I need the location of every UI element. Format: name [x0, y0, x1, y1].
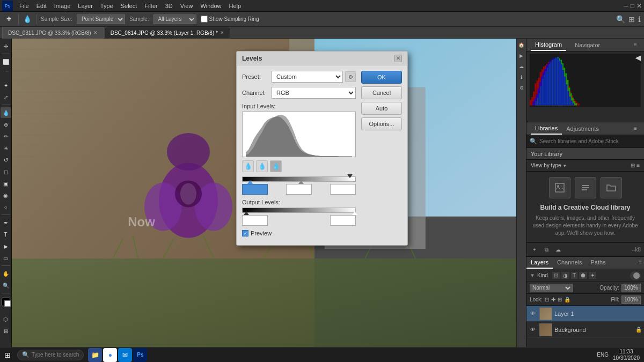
info2-icon[interactable]: ℹ — [517, 73, 526, 82]
crop-tool[interactable]: ⤢ — [1, 92, 11, 102]
preview-checkbox[interactable]: ✓ — [242, 230, 248, 237]
dialog-header[interactable]: Levels ✕ — [237, 51, 407, 65]
search-icon[interactable]: 🔍 — [616, 15, 625, 24]
play-icon[interactable]: ▶ — [517, 51, 526, 60]
rectangular-marquee-tool[interactable]: ⬜ — [1, 56, 11, 67]
layer-1-visibility[interactable]: 👁 — [529, 309, 537, 318]
dodge-tool[interactable]: ○ — [1, 202, 11, 212]
black-eyedropper-btn[interactable]: 💧 — [242, 160, 254, 172]
cancel-button[interactable]: Cancel — [361, 86, 402, 99]
home-icon[interactable]: 🏠 — [517, 41, 526, 49]
list-view-btn[interactable]: ≡ — [636, 162, 640, 168]
ok-button[interactable]: OK — [361, 71, 402, 84]
menu-help[interactable]: Help — [226, 2, 245, 10]
healing-brush-tool[interactable]: ⊕ — [1, 119, 11, 130]
foreground-color[interactable] — [2, 298, 10, 306]
output-max-value[interactable]: 255 — [330, 215, 356, 226]
grid-view-btn[interactable]: ⊞ — [631, 162, 635, 168]
libraries-dropdown[interactable]: Your Library — [526, 148, 644, 160]
filter-shape-btn[interactable]: ⬟ — [579, 272, 587, 279]
tab-2-close[interactable]: ✕ — [220, 30, 224, 35]
options-button[interactable]: Options... — [361, 117, 402, 130]
lock-pixels-btn[interactable]: ⊡ — [545, 297, 549, 302]
tab-libraries[interactable]: Libraries — [531, 123, 562, 135]
midtone-slider[interactable] — [298, 180, 304, 184]
cloud-icon[interactable]: ☁ — [517, 62, 526, 71]
filter-toggle[interactable] — [630, 271, 641, 280]
opacity-input[interactable] — [621, 284, 641, 292]
windows-start-btn[interactable]: ⊞ — [0, 348, 15, 363]
move-tool[interactable]: ✛ — [1, 41, 11, 51]
blend-mode-select[interactable]: Normal — [530, 284, 573, 292]
dialog-close-btn[interactable]: ✕ — [394, 55, 402, 62]
channel-select[interactable]: RGB — [272, 87, 356, 99]
preset-gear-btn[interactable]: ⚙ — [345, 71, 356, 82]
pen-tool[interactable]: ✒ — [1, 217, 11, 228]
info-icon[interactable]: ℹ — [638, 15, 641, 24]
show-ring-checkbox[interactable] — [201, 16, 208, 23]
taskbar-search-bar[interactable]: 🔍 Type here to search — [17, 350, 84, 360]
auto-button[interactable]: Auto — [361, 102, 402, 115]
shape-tool[interactable]: ▭ — [1, 253, 11, 263]
hand-tool[interactable]: ✋ — [1, 268, 11, 279]
tab-2[interactable]: DSC_0814.JPG @ 33.3% (Layer 1, RGB/8) * … — [105, 27, 230, 39]
black-point-slider[interactable] — [247, 180, 253, 184]
menu-select[interactable]: Select — [118, 2, 141, 10]
screen-mode-btn[interactable]: ⊞ — [1, 326, 11, 336]
lock-position-btn[interactable]: ✚ — [551, 297, 555, 302]
close-btn[interactable]: ✕ — [636, 2, 642, 10]
taskbar-chrome-btn[interactable]: ● — [103, 348, 117, 362]
taskbar-ps-btn[interactable]: Ps — [133, 348, 147, 362]
tab-adjustments[interactable]: Adjustments — [562, 123, 603, 134]
lasso-tool[interactable]: ⌒ — [1, 68, 11, 79]
fill-input[interactable] — [621, 295, 641, 304]
type-tool[interactable]: T — [1, 229, 11, 240]
menu-layer[interactable]: Layer — [75, 2, 96, 10]
output-white-slider[interactable] — [352, 211, 357, 215]
output-black-slider[interactable] — [244, 211, 249, 215]
gray-eyedropper-btn[interactable]: 💧 — [256, 160, 268, 172]
arrange-icon[interactable]: ⊞ — [628, 15, 635, 24]
cloud-library-btn[interactable]: ☁ — [553, 245, 563, 255]
layers-menu-btn[interactable]: ≡ — [636, 257, 644, 269]
tab-1[interactable]: DSC_0311.JPG @ 33.3% (RGB/8) ✕ — [2, 27, 104, 39]
libraries-search-input[interactable] — [539, 138, 641, 144]
history-brush-tool[interactable]: ↺ — [1, 154, 11, 165]
quick-mask-tool[interactable]: ⬡ — [1, 314, 11, 324]
lock-all-btn[interactable]: 🔒 — [564, 297, 570, 302]
menu-filter[interactable]: Filter — [141, 2, 160, 10]
input-mid-value[interactable]: 1.46 — [286, 184, 312, 195]
white-eyedropper-btn[interactable]: 💧 — [270, 160, 282, 172]
settings-icon[interactable]: ⚙ — [517, 84, 526, 92]
libraries-menu-btn[interactable]: ≡ — [631, 124, 640, 133]
gradient-tool[interactable]: ▣ — [1, 178, 11, 189]
layer-row[interactable]: 👁 Background 🔒 — [526, 322, 644, 338]
filter-sm-btn[interactable]: ✦ — [589, 272, 596, 279]
sample-size-select[interactable]: Point Sample — [77, 14, 125, 24]
input-min-value[interactable]: 14 — [242, 184, 268, 195]
filter-pixel-btn[interactable]: ⊡ — [552, 272, 560, 279]
taskbar-explorer-btn[interactable]: 📁 — [88, 348, 102, 362]
clone-stamp-tool[interactable]: ✳ — [1, 143, 11, 153]
layer-row[interactable]: 👁 Layer 1 — [526, 306, 644, 322]
blur-tool[interactable]: ◉ — [1, 190, 11, 201]
menu-3d[interactable]: 3D — [162, 2, 176, 10]
tab-1-close[interactable]: ✕ — [93, 30, 98, 35]
tab-channels[interactable]: Channels — [553, 257, 586, 269]
menu-image[interactable]: Image — [51, 2, 74, 10]
tab-layers[interactable]: Layers — [526, 257, 553, 269]
layers-library-btn[interactable]: ⧉ — [541, 245, 551, 255]
minimize-btn[interactable]: ─ — [624, 2, 628, 10]
menu-window[interactable]: Window — [197, 2, 224, 10]
eyedropper-icon[interactable]: 💧 — [23, 15, 32, 23]
lock-artboard-btn[interactable]: ⊞ — [558, 297, 562, 302]
preset-select[interactable]: Custom — [272, 71, 343, 83]
histogram-menu-btn[interactable]: ≡ — [631, 41, 640, 49]
menu-edit[interactable]: Edit — [33, 2, 50, 10]
menu-view[interactable]: View — [177, 2, 196, 10]
zoom-tool[interactable]: 🔍 — [1, 280, 11, 291]
filter-adj-btn[interactable]: ◑ — [561, 272, 569, 279]
output-min-value[interactable]: 0 — [242, 215, 268, 226]
tab-paths[interactable]: Paths — [587, 257, 610, 269]
eyedropper-tool[interactable]: 💧 — [1, 107, 11, 118]
